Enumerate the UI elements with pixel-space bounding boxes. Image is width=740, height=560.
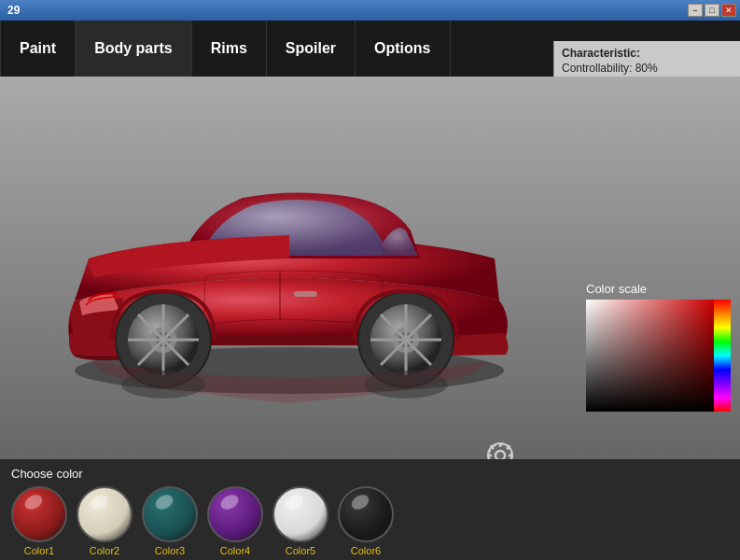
menu-rims[interactable]: Rims [192,21,267,77]
swatch-color1[interactable]: Color1 [11,486,67,556]
color-hue-bar[interactable] [714,300,731,412]
swatch-label-color5: Color5 [286,545,315,556]
gear-icon [486,441,514,459]
swatch-ball-color5 [272,486,328,542]
swatch-label-color4: Color4 [220,545,250,556]
swatch-color6[interactable]: Color6 [338,486,394,556]
window-title: 29 [7,4,20,17]
svg-point-22 [496,451,505,459]
color-gradient[interactable] [586,300,714,412]
swatch-ball-color4 [207,486,263,542]
car-model [19,95,560,413]
swatch-color4[interactable]: Color4 [207,486,263,556]
title-bar: 29 − □ ✕ [0,0,740,21]
swatch-label-color6: Color6 [351,545,381,556]
menu-spoiler[interactable]: Spoiler [267,21,356,77]
viewport: Color scale [0,77,740,459]
maximize-button[interactable]: □ [705,4,719,17]
color-scale-title: Color scale [586,282,731,296]
swatch-label-color2: Color2 [90,545,119,556]
char-title: Characteristic: [562,47,733,60]
color-scale-box[interactable] [586,300,731,412]
char-controllability: Controllability: 80% [562,62,733,75]
title-controls: − □ ✕ [688,4,736,17]
swatch-color2[interactable]: Color2 [77,486,133,556]
menu-paint[interactable]: Paint [0,21,76,77]
gear-button[interactable] [485,441,515,459]
menu-body-parts[interactable]: Body parts [76,21,192,77]
swatch-label-color3: Color3 [155,545,185,556]
color-swatches: Color1Color2Color3Color4Color5Color6 [11,486,729,556]
menu-options[interactable]: Options [356,21,450,77]
swatch-ball-color2 [77,486,133,542]
choose-color-label: Choose color [11,467,729,481]
swatch-color5[interactable]: Color5 [272,486,328,556]
color-scale[interactable]: Color scale [586,282,731,412]
swatch-label-color1: Color1 [24,545,54,556]
bottom-panel: Choose color Color1Color2Color3Color4Col… [0,459,740,560]
swatch-color3[interactable]: Color3 [142,486,198,556]
svg-point-20 [121,371,205,399]
swatch-ball-color1 [11,486,67,542]
car-svg [19,95,560,413]
swatch-ball-color6 [338,486,394,542]
svg-rect-19 [294,291,317,297]
swatch-ball-color3 [142,486,198,542]
close-button[interactable]: ✕ [721,4,736,17]
svg-point-21 [364,371,448,399]
minimize-button[interactable]: − [688,4,703,17]
